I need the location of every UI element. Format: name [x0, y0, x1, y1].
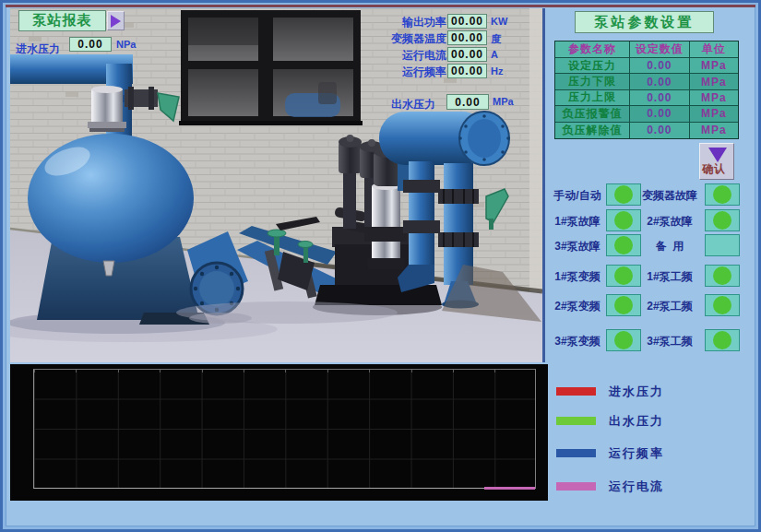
outlet-pressure-unit: MPa — [493, 96, 514, 107]
param-setpoint[interactable]: 0.00 — [630, 74, 689, 89]
tank-chrome-stack — [88, 86, 126, 132]
settings-panel: 泵站参数设置 参数名称设定数值单位设定压力0.00MPa压力下限0.00MPa压… — [550, 8, 761, 529]
param-unit: MPa — [690, 106, 738, 122]
valve-stem — [274, 235, 279, 255]
status-lamp-box — [705, 183, 740, 206]
metric-unit: Hz — [491, 65, 503, 77]
param-name: 压力上限 — [555, 90, 630, 106]
param-unit: MPa — [690, 123, 738, 138]
inlet-pressure-unit: NPa — [116, 39, 136, 50]
status-lamp — [614, 185, 633, 204]
status-lamp-box — [705, 209, 740, 231]
status-label: 2#泵故障 — [638, 214, 701, 230]
confirm-label: 确认 — [702, 161, 726, 177]
status-lamp — [713, 296, 731, 314]
legend-label: 出水压力 — [609, 413, 664, 430]
param-setpoint[interactable]: 0.00 — [630, 58, 689, 74]
status-lamp-box — [606, 294, 641, 316]
metric-unit: 度 — [491, 32, 501, 46]
metric-unit: KW — [491, 16, 507, 27]
param-unit: MPa — [690, 74, 738, 89]
report-button[interactable]: 泵站报表 — [18, 10, 106, 31]
top-accent-line — [6, 5, 755, 7]
status-lamp-box — [606, 234, 641, 256]
status-lamp-box — [705, 329, 740, 351]
metric-value: 00.00 — [447, 47, 487, 62]
status-lamp — [713, 211, 731, 230]
trend-plot-area — [33, 369, 536, 489]
inlet-pressure-value: 0.00 — [69, 37, 112, 52]
status-lamp — [713, 331, 731, 349]
status-label: 3#泵变频 — [550, 334, 605, 349]
param-name: 压力下限 — [555, 74, 630, 89]
status-label: 1#泵故障 — [550, 214, 605, 230]
status-lamp — [614, 331, 633, 349]
metric-label: 运行频率 — [365, 65, 446, 80]
legend-color-bar — [556, 417, 596, 425]
status-lamp-box — [705, 234, 740, 256]
metric-label: 输出功率 — [365, 15, 446, 30]
table-row: 压力下限0.00MPa — [555, 74, 738, 89]
riser-pipe-1 — [409, 161, 434, 270]
status-label: 3#泵故障 — [550, 239, 605, 254]
metric-value: 00.00 — [447, 30, 487, 45]
pump-station-hmi: 泵站报表 进水压力 0.00 NPa 输出功率00.00KW变频器温度00.00… — [0, 0, 761, 532]
table-header-cell: 设定数值 — [630, 41, 689, 58]
param-unit: MPa — [690, 58, 738, 74]
report-play-button[interactable] — [107, 11, 125, 30]
legend-label: 运行频率 — [609, 445, 664, 462]
outlet-pressure-value: 0.00 — [446, 94, 489, 110]
pump-chrome-body — [372, 186, 400, 260]
legend-label: 进水压力 — [609, 384, 664, 400]
confirm-button[interactable]: 确认 — [699, 143, 734, 180]
table-header-cell: 参数名称 — [555, 41, 630, 58]
param-setpoint[interactable]: 0.00 — [630, 106, 689, 122]
status-label: 变频器故障 — [638, 188, 701, 204]
table-row: 负压报警值0.00MPa — [555, 106, 738, 122]
trend-chart — [10, 364, 548, 501]
metric-value: 00.00 — [447, 64, 487, 78]
window — [179, 10, 363, 125]
legend-color-bar — [556, 387, 596, 396]
status-lamp-box — [705, 294, 740, 316]
table-header-cell: 单位 — [690, 41, 738, 58]
table-row: 压力上限0.00MPa — [555, 90, 738, 106]
outlet-pressure-label: 出水压力 — [391, 97, 435, 112]
inlet-pressure-label: 进水压力 — [16, 41, 60, 57]
status-lamp — [614, 211, 633, 230]
chart-ticks — [34, 370, 535, 372]
legend-label: 运行电流 — [609, 479, 664, 495]
status-lamp-box — [705, 265, 740, 287]
status-label: 3#泵工频 — [638, 334, 701, 349]
pump-station-3d-scene: 泵站报表 进水压力 0.00 NPa 输出功率00.00KW变频器温度00.00… — [10, 8, 545, 362]
status-label: 手动/自动 — [550, 188, 605, 204]
table-row: 负压解除值0.00MPa — [555, 123, 738, 138]
confirm-down-triangle-icon — [708, 148, 727, 162]
current-trace-segment — [484, 487, 535, 490]
status-label: 1#泵工频 — [638, 269, 701, 285]
param-setpoint[interactable]: 0.00 — [630, 90, 689, 106]
metric-label: 变频器温度 — [365, 31, 446, 47]
param-name: 负压解除值 — [555, 123, 630, 138]
table-row: 设定压力0.00MPa — [555, 58, 738, 74]
status-label: 2#泵工频 — [638, 299, 701, 314]
param-unit: MPa — [690, 90, 738, 106]
status-lamp — [713, 266, 731, 285]
param-setpoint[interactable]: 0.00 — [630, 123, 689, 138]
settings-title: 泵站参数设置 — [575, 11, 714, 33]
status-label: 2#泵变频 — [550, 299, 605, 314]
status-lamp — [713, 185, 731, 204]
param-name: 负压报警值 — [555, 106, 630, 122]
status-lamp-box — [606, 265, 641, 287]
status-lamp-box — [606, 209, 641, 231]
metric-unit: A — [491, 49, 498, 60]
status-lamp — [614, 266, 633, 285]
status-label: 1#泵变频 — [550, 269, 605, 285]
legend-color-bar — [556, 449, 596, 457]
play-icon — [111, 15, 121, 28]
status-lamp-box — [606, 329, 641, 351]
wall-corner — [529, 8, 545, 292]
pressure-tank — [28, 134, 194, 263]
valve-handwheel-green — [268, 230, 286, 237]
status-lamp — [614, 296, 633, 314]
